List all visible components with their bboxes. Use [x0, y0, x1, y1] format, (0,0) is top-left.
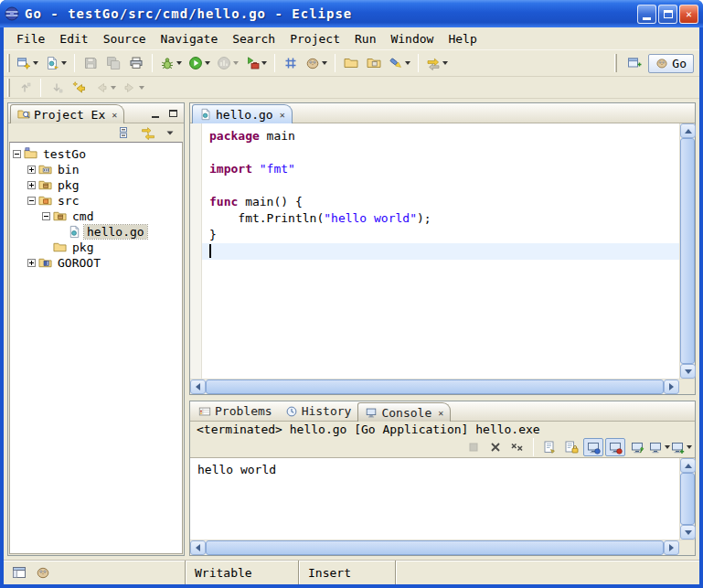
toolbar-grip[interactable] — [7, 54, 10, 72]
scroll-right-button[interactable] — [664, 380, 679, 394]
scroll-left-button[interactable] — [190, 380, 206, 394]
link-with-editor-button[interactable] — [138, 123, 158, 142]
menu-file[interactable]: File — [9, 30, 52, 48]
tab-hello-go[interactable]: hello.go ✕ — [192, 104, 293, 123]
menu-window[interactable]: Window — [383, 30, 441, 48]
collapse-toggle-icon[interactable] — [42, 212, 50, 220]
scroll-track[interactable] — [206, 540, 664, 555]
menu-search[interactable]: Search — [225, 30, 282, 48]
code-line[interactable] — [202, 144, 679, 161]
remove-launch-button[interactable] — [485, 438, 506, 456]
close-button[interactable]: ✕ — [679, 5, 698, 24]
console-horizontal-scrollbar[interactable] — [190, 540, 679, 555]
code-line[interactable]: package main — [202, 128, 679, 144]
minimize-button[interactable] — [637, 5, 656, 24]
tab-project-explorer[interactable]: Project Ex ✕ — [10, 104, 124, 123]
scroll-track[interactable] — [680, 138, 695, 364]
team-sync-button[interactable] — [423, 52, 451, 74]
menu-navigate[interactable]: Navigate — [154, 30, 226, 48]
go-trim-button[interactable] — [33, 563, 53, 582]
code-line[interactable]: } — [202, 227, 679, 243]
menu-run[interactable]: Run — [347, 30, 383, 48]
scroll-thumb[interactable] — [680, 138, 695, 364]
collapse-toggle-icon[interactable] — [13, 150, 21, 158]
code-line[interactable] — [202, 177, 679, 194]
maximize-button[interactable] — [658, 5, 677, 24]
close-view-icon[interactable]: ✕ — [112, 110, 117, 120]
console-vertical-scrollbar[interactable] — [679, 458, 695, 540]
pin-console-button[interactable] — [627, 438, 647, 456]
new-go-app-button[interactable] — [280, 52, 302, 74]
menu-help[interactable]: Help — [441, 30, 484, 48]
close-tab-icon[interactable]: ✕ — [280, 110, 285, 120]
debug-button[interactable] — [157, 52, 185, 74]
scroll-down-button[interactable] — [680, 525, 696, 540]
tree-item-bin[interactable]: bin — [10, 162, 182, 177]
show-on-stderr-button[interactable] — [605, 438, 625, 456]
scroll-down-button[interactable] — [680, 364, 696, 379]
close-tab-icon[interactable]: ✕ — [438, 408, 443, 418]
expand-toggle-icon[interactable] — [27, 259, 36, 267]
tab-console[interactable]: Console✕ — [357, 402, 451, 422]
expand-toggle-icon[interactable] — [27, 166, 36, 174]
open-type-button[interactable] — [363, 52, 385, 74]
perspective-grip[interactable] — [614, 54, 617, 72]
scroll-up-button[interactable] — [680, 123, 696, 138]
code-line[interactable]: func main() { — [202, 194, 679, 210]
tree-item-goroot[interactable]: GOROOT — [10, 255, 182, 271]
scroll-track[interactable] — [206, 380, 664, 394]
tree-item-src[interactable]: src — [10, 193, 182, 208]
show-on-stdout-button[interactable] — [583, 438, 603, 456]
new-wizard-button[interactable] — [14, 52, 41, 74]
menu-project[interactable]: Project — [282, 30, 347, 48]
menu-edit[interactable]: Edit — [52, 30, 95, 48]
maximize-view-button[interactable] — [165, 107, 180, 120]
new-go-element-button[interactable] — [42, 52, 69, 74]
tab-problems[interactable]: Problems — [192, 401, 279, 421]
go-perspective-button[interactable]: Go — [648, 54, 694, 73]
scroll-left-button[interactable] — [190, 540, 206, 555]
run-button[interactable] — [186, 52, 213, 74]
open-perspective-button[interactable] — [623, 52, 645, 74]
last-edit-location-button[interactable] — [69, 77, 91, 99]
scroll-up-button[interactable] — [680, 458, 696, 473]
tree-item-pkg[interactable]: pkg — [10, 240, 182, 255]
project-explorer-toolbar — [8, 123, 184, 142]
tab-history[interactable]: History — [279, 401, 358, 421]
search-button[interactable] — [386, 52, 413, 74]
title-bar[interactable]: Go - testGo/src/cmd/hello.go - Eclipse ✕ — [0, 0, 703, 27]
open-console-button[interactable] — [671, 438, 691, 456]
code-line[interactable] — [202, 243, 679, 260]
scroll-thumb[interactable] — [206, 540, 664, 555]
editor-horizontal-scrollbar[interactable] — [190, 380, 679, 394]
code-line[interactable]: import "fmt" — [202, 161, 679, 177]
code-line[interactable]: fmt.Println("hello world"); — [202, 210, 679, 227]
tree-item-pkg[interactable]: pkg — [10, 177, 182, 193]
expand-toggle-icon[interactable] — [27, 181, 36, 189]
scroll-track[interactable] — [680, 473, 695, 525]
tree-item-cmd[interactable]: cmd — [10, 208, 182, 224]
scroll-lock-button[interactable] — [561, 438, 581, 456]
console-output[interactable]: hello world — [190, 458, 679, 540]
display-selected-console-button[interactable] — [649, 438, 669, 456]
clear-console-button[interactable] — [539, 438, 559, 456]
remove-all-terminated-button[interactable] — [507, 438, 527, 456]
minimize-view-button[interactable] — [148, 107, 163, 120]
menu-source[interactable]: Source — [96, 30, 154, 48]
external-tools-button[interactable] — [242, 52, 270, 74]
collapse-toggle-icon[interactable] — [27, 197, 36, 205]
nav-toolbar-grip[interactable] — [7, 79, 10, 97]
go-build-button[interactable] — [303, 52, 330, 74]
view-menu-button[interactable] — [160, 123, 180, 142]
code-area[interactable]: package mainimport "fmt"func main() { fm… — [202, 123, 679, 379]
editor-vertical-scrollbar[interactable] — [679, 123, 695, 379]
scroll-right-button[interactable] — [664, 540, 679, 555]
scroll-thumb[interactable] — [206, 380, 664, 394]
fast-view-button[interactable] — [9, 563, 29, 582]
print-button[interactable] — [125, 52, 147, 74]
scroll-thumb[interactable] — [680, 473, 695, 525]
tree-item-hello-go[interactable]: hello.go — [10, 224, 182, 240]
open-resource-button[interactable] — [340, 52, 362, 74]
tree-item-testgo[interactable]: testGo — [10, 146, 182, 162]
collapse-all-button[interactable] — [116, 123, 136, 142]
